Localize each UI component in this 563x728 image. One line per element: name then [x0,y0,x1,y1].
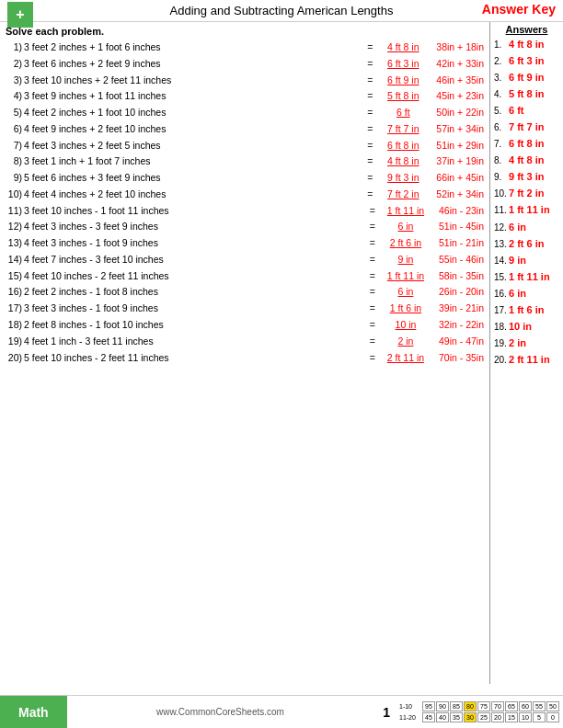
ans-val: 5 ft 8 in [509,86,545,102]
prob-text: 4 feet 3 inches + 2 feet 5 inches [24,138,364,153]
prob-num: 12) [6,219,22,233]
ans-val: 9 in [509,253,526,268]
answer-row: 7. 6 ft 8 in [494,136,559,152]
ans-num: 14. [494,254,509,268]
prob-text: 3 feet 10 inches + 2 feet 11 inches [24,73,364,87]
problem-row: 9) 5 feet 6 inches + 3 feet 9 inches = 9… [6,170,484,185]
prob-text: 4 feet 3 inches - 1 foot 9 inches [24,235,367,250]
score-cell-highlight: 30 [464,712,477,722]
score-cell: 40 [436,712,449,722]
problem-row: 11) 3 feet 10 inches - 1 foot 11 inches … [6,203,484,218]
prob-text: 4 feet 4 inches + 2 feet 10 inches [24,187,364,201]
problem-row: 7) 4 feet 3 inches + 2 feet 5 inches = 6… [6,138,484,153]
main-content: Solve each problem. 1) 3 feet 2 inches +… [0,22,563,684]
prob-num: 20) [6,350,22,365]
score-cell: 50 [546,701,559,711]
prob-alt: 70in - 35in [439,350,484,365]
problem-row: 10) 4 feet 4 inches + 2 feet 10 inches =… [6,187,484,201]
prob-alt: 55in - 46in [439,252,484,267]
answer-key-label: Answer Key [482,2,556,17]
prob-eq: = [367,187,373,201]
footer: Math www.CommonCoreSheets.com 1 1-10 95 … [0,695,563,728]
solve-label: Solve each problem. [6,26,484,37]
ans-val: 2 ft 11 in [509,352,550,368]
prob-num: 13) [6,235,22,250]
answer-row: 2. 6 ft 3 in [494,53,559,69]
prob-num: 5) [6,105,22,119]
prob-eq: = [367,40,373,54]
answer-row: 8. 4 ft 8 in [494,153,559,168]
prob-alt: 57in + 34in [436,121,484,136]
ans-val: 2 in [509,336,526,351]
prob-text: 3 feet 6 inches + 2 feet 9 inches [24,56,364,71]
prob-text: 5 feet 6 inches + 3 feet 9 inches [24,170,364,185]
answer-row: 12. 6 in [494,220,559,235]
answer-row: 19. 2 in [494,336,559,351]
answer-row: 11. 1 ft 11 in [494,202,559,218]
math-label: Math [18,705,49,720]
ans-num: 1. [494,38,509,52]
answer-row: 14. 9 in [494,253,559,268]
ans-num: 20. [494,353,509,368]
ans-num: 19. [494,336,509,351]
answer-row: 18. 10 in [494,319,559,335]
problem-row: 13) 4 feet 3 inches - 1 foot 9 inches = … [6,235,484,250]
prob-answer: 4 ft 8 in [375,40,431,54]
ans-num: 5. [494,104,509,119]
prob-num: 19) [6,334,22,348]
ans-val: 7 ft 2 in [509,186,545,201]
prob-answer: 10 in [378,317,433,332]
ans-val: 6 ft [509,103,524,119]
page: + Adding and Subtracting American Length… [0,0,563,728]
ans-val: 6 in [509,286,526,301]
prob-num: 16) [6,284,22,299]
answer-row: 3. 6 ft 9 in [494,70,559,85]
prob-num: 9) [6,170,22,185]
ans-num: 7. [494,137,509,152]
prob-alt: 49in - 47in [439,334,484,348]
prob-num: 11) [6,203,22,218]
prob-eq: = [370,317,375,332]
prob-eq: = [370,203,375,218]
prob-alt: 38in + 18in [436,40,484,54]
prob-eq: = [367,88,373,103]
prob-alt: 26in - 20in [439,284,484,299]
prob-answer: 5 ft 8 in [375,88,431,103]
problem-row: 4) 3 feet 9 inches + 1 foot 11 inches = … [6,88,484,103]
footer-website: www.CommonCoreSheets.com [67,707,374,717]
answer-row: 10. 7 ft 2 in [494,186,559,201]
header-title: Adding and Subtracting American Lengths [170,4,394,17]
prob-text: 4 feet 7 inches - 3 feet 10 inches [24,252,367,267]
prob-eq: = [370,301,375,315]
prob-answer: 7 ft 2 in [375,187,431,201]
prob-answer: 2 in [378,334,433,348]
ans-val: 9 ft 3 in [509,169,545,185]
prob-alt: 46in - 23in [439,203,484,218]
prob-answer: 6 ft 8 in [375,138,431,153]
score-cell: 45 [422,712,435,722]
prob-eq: = [367,105,373,119]
answers-container: 1. 4 ft 8 in 2. 6 ft 3 in 3. 6 ft 9 in 4… [494,37,559,368]
prob-answer: 2 ft 11 in [378,350,433,365]
prob-eq: = [370,284,375,299]
problems-container: 1) 3 feet 2 inches + 1 foot 6 inches = 4… [6,40,484,365]
answer-row: 13. 2 ft 6 in [494,236,559,252]
prob-alt: 46in + 35in [436,73,484,87]
ans-num: 16. [494,287,509,301]
ans-num: 9. [494,170,509,185]
ans-num: 12. [494,221,509,235]
prob-text: 4 feet 1 inch - 3 feet 11 inches [24,334,367,348]
answer-row: 9. 9 ft 3 in [494,169,559,185]
prob-eq: = [367,56,373,71]
prob-num: 18) [6,317,22,332]
ans-num: 10. [494,187,509,201]
answer-row: 1. 4 ft 8 in [494,37,559,52]
prob-text: 2 feet 2 inches - 1 foot 8 inches [24,284,367,299]
prob-text: 3 feet 9 inches + 1 foot 11 inches [24,88,364,103]
prob-num: 1) [6,40,22,54]
problem-row: 15) 4 feet 10 inches - 2 feet 11 inches … [6,268,484,283]
problem-row: 2) 3 feet 6 inches + 2 feet 9 inches = 6… [6,56,484,71]
score-cell: 5 [533,712,546,722]
prob-text: 2 feet 8 inches - 1 foot 10 inches [24,317,367,332]
prob-answer: 4 ft 8 in [375,154,431,168]
